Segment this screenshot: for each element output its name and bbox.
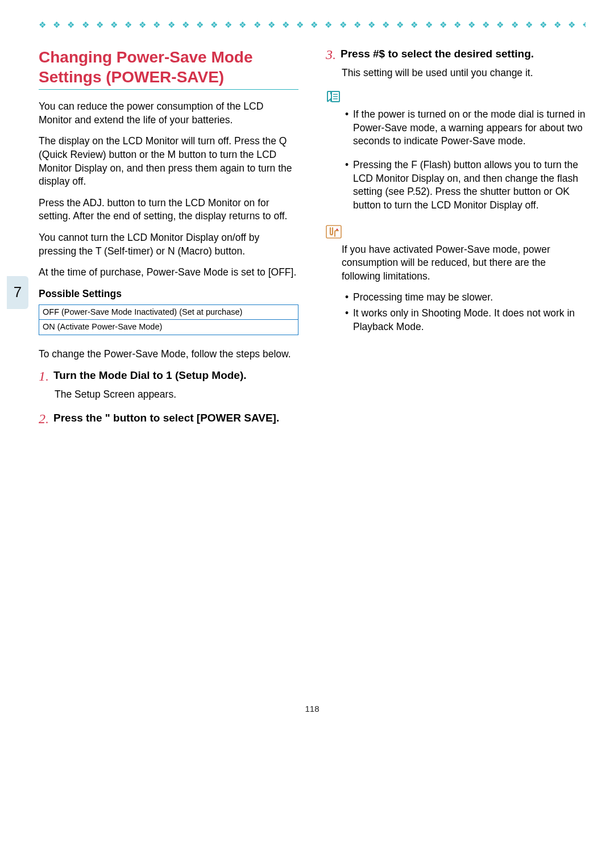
hint-block: If you have activated Power-Save mode, p… (342, 243, 586, 334)
step-body: This setting will be used until you chan… (342, 66, 586, 80)
step-body: The Setup Screen appears. (55, 388, 298, 402)
step-2: 2. Press the " button to select [POWER S… (39, 411, 298, 427)
right-column: 3. Press #$ to select the desired settin… (326, 47, 586, 431)
step-number: 3. (326, 47, 336, 63)
possible-settings-heading: Possible Settings (39, 287, 298, 301)
step-3: 3. Press #$ to select the desired settin… (326, 47, 586, 63)
decorative-border: ❖ ❖ ❖ ❖ ❖ ❖ ❖ ❖ ❖ ❖ ❖ ❖ ❖ ❖ ❖ ❖ ❖ ❖ ❖ ❖ … (39, 20, 586, 30)
settings-off-cell: OFF (Power-Save Mode Inactivated) (Set a… (39, 304, 298, 320)
note-block: If the power is turned on or the mode di… (342, 108, 586, 212)
chapter-tab: 7 (7, 276, 28, 309)
settings-on-cell: ON (Activate Power-Save Mode) (39, 320, 298, 335)
step-1: 1. Turn the Mode Dial to 1 (Setup Mode). (39, 369, 298, 385)
body-paragraph: At the time of purchase, Power-Save Mode… (39, 266, 298, 279)
list-item: Processing time may be slower. (353, 291, 586, 304)
hint-paragraph: If you have activated Power-Save mode, p… (342, 243, 586, 283)
body-paragraph: You cannot turn the LCD Monitor Display … (39, 231, 298, 258)
body-paragraph: You can reduce the power consumption of … (39, 100, 298, 127)
body-paragraph: Press the ADJ. button to turn the LCD Mo… (39, 197, 298, 223)
list-item: It works only in Shooting Mode. It does … (353, 307, 586, 333)
svg-rect-4 (326, 226, 341, 238)
body-paragraph: To change the Power-Save Mode, follow th… (39, 348, 298, 361)
chapter-tab-number: 7 (14, 282, 22, 302)
step-number: 1. (39, 369, 49, 385)
step-title: Press #$ to select the desired setting. (341, 47, 534, 63)
hint-bullets: Processing time may be slower. It works … (342, 291, 586, 333)
step-title: Press the " button to select [POWER SAVE… (53, 411, 279, 427)
title-underline (39, 89, 298, 90)
settings-table: OFF (Power-Save Mode Inactivated) (Set a… (39, 304, 298, 335)
list-item: Pressing the F (Flash) button allows you… (353, 158, 586, 212)
section-title: Changing Power-Save Mode Settings (POWER… (39, 47, 298, 87)
left-column: Changing Power-Save Mode Settings (POWER… (39, 47, 298, 431)
note-bullets: If the power is turned on or the mode di… (342, 108, 586, 212)
body-paragraph: The display on the LCD Monitor will turn… (39, 135, 298, 189)
page-number: 118 (39, 703, 586, 715)
step-title: Turn the Mode Dial to 1 (Setup Mode). (53, 369, 247, 385)
list-item: If the power is turned on or the mode di… (353, 108, 586, 148)
hint-icon (326, 225, 342, 239)
note-icon (326, 90, 341, 103)
table-row: ON (Activate Power-Save Mode) (39, 320, 298, 335)
table-row: OFF (Power-Save Mode Inactivated) (Set a… (39, 304, 298, 320)
step-number: 2. (39, 411, 49, 427)
